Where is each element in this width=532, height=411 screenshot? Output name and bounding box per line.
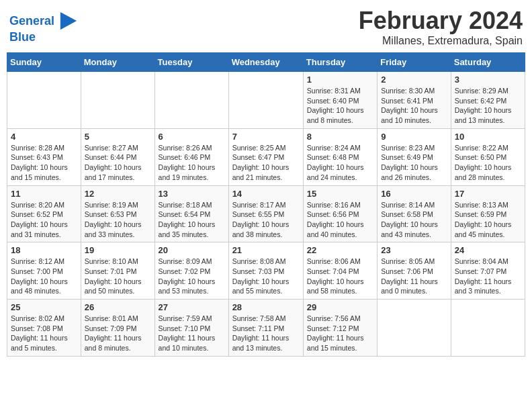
- day-number: 14: [232, 189, 300, 199]
- calendar-cell-w2-d2: 5Sunrise: 8:27 AMSunset: 6:44 PMDaylight…: [81, 128, 154, 185]
- calendar-cell-w5-d3: 27Sunrise: 7:59 AMSunset: 7:10 PMDayligh…: [154, 300, 228, 357]
- day-info: Sunrise: 8:08 AMSunset: 7:03 PMDaylight:…: [232, 257, 300, 296]
- day-info: Sunrise: 8:10 AMSunset: 7:01 PMDaylight:…: [85, 257, 151, 296]
- day-info: Sunrise: 8:09 AMSunset: 7:02 PMDaylight:…: [159, 257, 225, 296]
- day-number: 20: [159, 245, 225, 255]
- calendar-cell-w1-d5: 1Sunrise: 8:31 AMSunset: 6:40 PMDaylight…: [303, 72, 377, 129]
- day-info: Sunrise: 8:12 AMSunset: 7:00 PMDaylight:…: [11, 257, 77, 296]
- calendar-cell-w5-d5: 29Sunrise: 7:56 AMSunset: 7:12 PMDayligh…: [303, 300, 377, 357]
- day-info: Sunrise: 8:22 AMSunset: 6:50 PMDaylight:…: [455, 143, 521, 183]
- day-info: Sunrise: 8:26 AMSunset: 6:46 PMDaylight:…: [159, 143, 225, 183]
- location-subtitle: Millanes, Extremadura, Spain: [359, 35, 523, 47]
- calendar-cell-w1-d2: [81, 72, 154, 129]
- day-number: 19: [85, 245, 151, 255]
- day-info: Sunrise: 7:56 AMSunset: 7:12 PMDaylight:…: [307, 314, 373, 353]
- calendar-cell-w3-d7: 17Sunrise: 8:13 AMSunset: 6:59 PMDayligh…: [451, 185, 525, 242]
- col-sunday: Sunday: [7, 53, 81, 72]
- title-block: February 2024 Millanes, Extremadura, Spa…: [359, 7, 523, 47]
- day-number: 16: [381, 189, 447, 199]
- calendar-cell-w2-d4: 7Sunrise: 8:25 AMSunset: 6:47 PMDaylight…: [228, 128, 303, 185]
- col-tuesday: Tuesday: [154, 53, 228, 72]
- day-number: 21: [232, 245, 300, 255]
- day-number: 17: [455, 189, 521, 199]
- calendar-cell-w3-d1: 11Sunrise: 8:20 AMSunset: 6:52 PMDayligh…: [7, 185, 81, 242]
- calendar-cell-w3-d6: 16Sunrise: 8:14 AMSunset: 6:58 PMDayligh…: [378, 185, 451, 242]
- calendar-header-row: Sunday Monday Tuesday Wednesday Thursday…: [7, 53, 525, 72]
- logo-blue: Blue: [9, 31, 78, 44]
- calendar-cell-w5-d6: [378, 300, 451, 357]
- day-number: 11: [11, 189, 77, 199]
- day-number: 22: [307, 245, 373, 255]
- day-info: Sunrise: 8:14 AMSunset: 6:58 PMDaylight:…: [381, 200, 447, 240]
- day-number: 8: [307, 132, 373, 142]
- week-row-5: 25Sunrise: 8:02 AMSunset: 7:08 PMDayligh…: [7, 300, 525, 357]
- day-number: 2: [381, 75, 447, 85]
- calendar-cell-w5-d1: 25Sunrise: 8:02 AMSunset: 7:08 PMDayligh…: [7, 300, 81, 357]
- day-info: Sunrise: 8:20 AMSunset: 6:52 PMDaylight:…: [11, 200, 77, 240]
- day-number: 15: [307, 189, 373, 199]
- day-number: 27: [159, 302, 225, 312]
- col-saturday: Saturday: [451, 53, 525, 72]
- calendar-cell-w1-d1: [7, 72, 81, 129]
- day-info: Sunrise: 7:59 AMSunset: 7:10 PMDaylight:…: [159, 314, 225, 353]
- calendar-cell-w3-d3: 13Sunrise: 8:18 AMSunset: 6:54 PMDayligh…: [154, 185, 228, 242]
- day-info: Sunrise: 8:18 AMSunset: 6:54 PMDaylight:…: [159, 200, 225, 240]
- day-number: 26: [85, 302, 151, 312]
- day-number: 29: [307, 302, 373, 312]
- day-number: 18: [11, 245, 77, 255]
- day-number: 10: [455, 132, 521, 142]
- calendar-table: Sunday Monday Tuesday Wednesday Thursday…: [7, 52, 525, 357]
- day-info: Sunrise: 8:17 AMSunset: 6:55 PMDaylight:…: [232, 200, 300, 240]
- day-info: Sunrise: 8:23 AMSunset: 6:49 PMDaylight:…: [381, 143, 447, 183]
- day-info: Sunrise: 8:05 AMSunset: 7:06 PMDaylight:…: [381, 257, 447, 296]
- day-number: 24: [455, 245, 521, 255]
- col-friday: Friday: [378, 53, 451, 72]
- week-row-2: 4Sunrise: 8:28 AMSunset: 6:43 PMDaylight…: [7, 128, 525, 185]
- day-info: Sunrise: 8:06 AMSunset: 7:04 PMDaylight:…: [307, 257, 373, 296]
- calendar-cell-w2-d5: 8Sunrise: 8:24 AMSunset: 6:48 PMDaylight…: [303, 128, 377, 185]
- day-info: Sunrise: 8:31 AMSunset: 6:40 PMDaylight:…: [307, 86, 373, 126]
- calendar-cell-w5-d2: 26Sunrise: 8:01 AMSunset: 7:09 PMDayligh…: [81, 300, 154, 357]
- logo-icon: [59, 12, 78, 31]
- week-row-1: 1Sunrise: 8:31 AMSunset: 6:40 PMDaylight…: [7, 72, 525, 129]
- day-number: 4: [11, 132, 77, 142]
- day-info: Sunrise: 8:16 AMSunset: 6:56 PMDaylight:…: [307, 200, 373, 240]
- col-monday: Monday: [81, 53, 154, 72]
- day-number: 7: [232, 132, 300, 142]
- day-info: Sunrise: 8:04 AMSunset: 7:07 PMDaylight:…: [455, 257, 521, 296]
- day-info: Sunrise: 8:30 AMSunset: 6:41 PMDaylight:…: [381, 86, 447, 126]
- day-number: 5: [85, 132, 151, 142]
- week-row-4: 18Sunrise: 8:12 AMSunset: 7:00 PMDayligh…: [7, 242, 525, 300]
- calendar-cell-w2-d3: 6Sunrise: 8:26 AMSunset: 6:46 PMDaylight…: [154, 128, 228, 185]
- calendar-cell-w4-d4: 21Sunrise: 8:08 AMSunset: 7:03 PMDayligh…: [228, 242, 303, 300]
- day-number: 1: [307, 75, 373, 85]
- calendar-cell-w4-d6: 23Sunrise: 8:05 AMSunset: 7:06 PMDayligh…: [378, 242, 451, 300]
- calendar-cell-w1-d6: 2Sunrise: 8:30 AMSunset: 6:41 PMDaylight…: [378, 72, 451, 129]
- week-row-3: 11Sunrise: 8:20 AMSunset: 6:52 PMDayligh…: [7, 185, 525, 242]
- calendar-cell-w4-d5: 22Sunrise: 8:06 AMSunset: 7:04 PMDayligh…: [303, 242, 377, 300]
- day-number: 3: [455, 75, 521, 85]
- calendar-cell-w5-d7: [451, 300, 525, 357]
- calendar-cell-w1-d7: 3Sunrise: 8:29 AMSunset: 6:42 PMDaylight…: [451, 72, 525, 129]
- day-number: 23: [381, 245, 447, 255]
- page-header: General Blue February 2024 Millanes, Ext…: [7, 7, 525, 47]
- calendar-cell-w1-d3: [154, 72, 228, 129]
- calendar-cell-w2-d7: 10Sunrise: 8:22 AMSunset: 6:50 PMDayligh…: [451, 128, 525, 185]
- calendar-cell-w3-d5: 15Sunrise: 8:16 AMSunset: 6:56 PMDayligh…: [303, 185, 377, 242]
- day-info: Sunrise: 7:58 AMSunset: 7:11 PMDaylight:…: [232, 314, 300, 353]
- calendar-cell-w2-d6: 9Sunrise: 8:23 AMSunset: 6:49 PMDaylight…: [378, 128, 451, 185]
- day-info: Sunrise: 8:02 AMSunset: 7:08 PMDaylight:…: [11, 314, 77, 353]
- day-info: Sunrise: 8:28 AMSunset: 6:43 PMDaylight:…: [11, 143, 77, 183]
- day-info: Sunrise: 8:25 AMSunset: 6:47 PMDaylight:…: [232, 143, 300, 183]
- day-info: Sunrise: 8:01 AMSunset: 7:09 PMDaylight:…: [85, 314, 151, 353]
- calendar-cell-w5-d4: 28Sunrise: 7:58 AMSunset: 7:11 PMDayligh…: [228, 300, 303, 357]
- day-number: 25: [11, 302, 77, 312]
- day-info: Sunrise: 8:13 AMSunset: 6:59 PMDaylight:…: [455, 200, 521, 240]
- logo-text: General: [9, 12, 78, 31]
- month-year-title: February 2024: [359, 7, 523, 35]
- day-number: 6: [159, 132, 225, 142]
- day-info: Sunrise: 8:19 AMSunset: 6:53 PMDaylight:…: [85, 200, 151, 240]
- calendar-cell-w3-d2: 12Sunrise: 8:19 AMSunset: 6:53 PMDayligh…: [81, 185, 154, 242]
- day-number: 9: [381, 132, 447, 142]
- svg-marker-0: [60, 12, 77, 30]
